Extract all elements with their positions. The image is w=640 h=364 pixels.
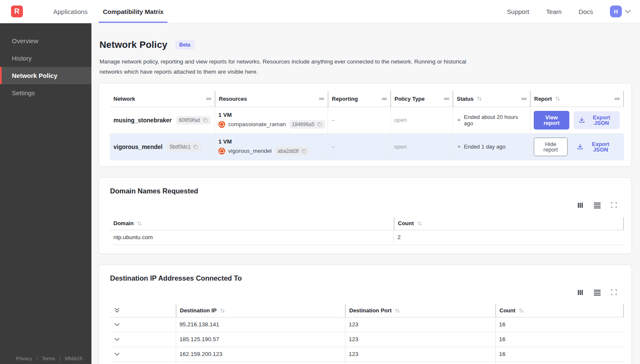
domain-row[interactable]: ntp.ubuntu.com 2	[110, 230, 624, 245]
column-header-reporting[interactable]: Reporting	[328, 91, 390, 107]
nav-link-docs[interactable]: Docs	[579, 8, 593, 15]
nav-right-links: Support Team Docs H	[507, 0, 640, 23]
networks-table-card: Network Resources Reporting	[99, 83, 632, 167]
column-header-count[interactable]: Count	[394, 217, 624, 230]
destination-port-cell: 123	[345, 362, 495, 364]
network-id-badge[interactable]: 60959fad	[176, 116, 211, 124]
column-resize-handle-icon[interactable]	[444, 96, 450, 102]
reporting-cell: –	[328, 134, 390, 160]
copy-icon[interactable]	[301, 149, 306, 154]
destination-port-cell: 123	[345, 317, 495, 332]
column-header-destination-ip[interactable]: Destination IP	[176, 304, 345, 317]
column-header-network[interactable]: Network	[110, 91, 215, 107]
resources-cell: 1 VM compassionate_raman 184696a5	[215, 107, 328, 133]
row-expander[interactable]	[110, 332, 176, 347]
column-resize-handle-icon[interactable]	[206, 96, 212, 102]
network-name: musing_stonebraker	[113, 117, 172, 124]
status-text: Ended 1 day ago	[464, 143, 505, 150]
column-resize-handle-icon[interactable]	[319, 96, 325, 102]
column-resize-handle-icon[interactable]	[521, 96, 527, 102]
sidebar-item-network-policy[interactable]: Network Policy	[0, 67, 91, 84]
sidebar-footer: Privacy Terms 5f56b15	[16, 356, 83, 361]
column-header-policy-type[interactable]: Policy Type	[390, 91, 452, 107]
status-cell: Ended 1 day ago	[452, 134, 530, 160]
column-resize-handle-icon[interactable]	[614, 96, 620, 102]
column-resize-handle-icon[interactable]	[381, 96, 387, 102]
chevron-down-icon	[625, 10, 631, 14]
columns-icon[interactable]	[577, 202, 584, 209]
sort-icon[interactable]	[220, 308, 225, 313]
copy-icon[interactable]	[317, 122, 322, 127]
column-header-domain[interactable]: Domain	[110, 217, 394, 230]
network-name-cell: musing_stonebraker 60959fad	[110, 107, 215, 133]
status-dot-icon	[458, 146, 460, 148]
main-content: Network Policy Beta Manage network polic…	[91, 23, 640, 364]
rows-icon[interactable]	[593, 289, 601, 296]
sort-icon[interactable]	[477, 96, 482, 101]
sidebar-item-overview[interactable]: Overview	[0, 32, 91, 50]
terms-link[interactable]: Terms	[37, 356, 55, 361]
network-id-badge[interactable]: 5bdf3dc1	[167, 143, 201, 151]
rows-icon[interactable]	[593, 202, 601, 209]
resource-id-badge[interactable]: aba2dd3f	[275, 147, 309, 155]
destination-row[interactable]: 185.125.190.57 123 16	[110, 332, 624, 347]
count-cell: 16	[495, 347, 624, 361]
fullscreen-icon[interactable]	[611, 289, 617, 295]
network-row-vigorous-mendel[interactable]: vigorous_mendel 5bdf3dc1 1 VM vig	[110, 134, 624, 160]
nav-link-support[interactable]: Support	[507, 8, 530, 15]
export-json-button[interactable]: Export JSON	[574, 111, 620, 129]
view-report-button[interactable]: View report	[534, 111, 569, 130]
chevron-down-icon	[114, 338, 120, 341]
tab-applications[interactable]: Applications	[49, 0, 92, 23]
double-chevron-down-icon[interactable]	[114, 308, 120, 313]
sort-icon[interactable]	[394, 308, 400, 313]
sidebar-item-settings[interactable]: Settings	[0, 84, 91, 102]
resources-cell: 1 VM vigorous_mendel aba2dd3f	[215, 134, 328, 160]
row-expander[interactable]	[110, 317, 176, 332]
network-row-musing-stonebraker[interactable]: musing_stonebraker 60959fad 1 VM	[110, 107, 624, 134]
brand-logo[interactable]: R	[11, 6, 23, 17]
column-header-destination-port[interactable]: Destination Port	[345, 304, 495, 317]
row-expander[interactable]	[110, 347, 176, 361]
page-title: Network Policy	[99, 39, 168, 50]
resource-id-badge[interactable]: 184696a5	[289, 120, 325, 129]
destination-port-cell: 123	[345, 332, 495, 347]
domain-card-toolbar	[110, 202, 617, 209]
sort-icon[interactable]	[519, 308, 524, 313]
tab-compatibility-matrix[interactable]: Compatibility Matrix	[99, 0, 168, 23]
copy-icon[interactable]	[203, 118, 208, 123]
nav-link-team[interactable]: Team	[546, 8, 562, 15]
column-header-resources[interactable]: Resources	[215, 91, 328, 107]
network-name: vigorous_mendel	[113, 143, 163, 150]
destination-row[interactable]: 95.216.138.141 123 16	[110, 317, 624, 332]
column-header-status[interactable]: Status	[452, 91, 530, 107]
row-expander[interactable]	[110, 362, 176, 364]
column-header-report[interactable]: Report	[530, 91, 624, 107]
sort-icon[interactable]	[137, 221, 142, 226]
domain-card-title: Domain Names Requested	[110, 187, 624, 195]
destination-row[interactable]: 185.125.190.58 123 16	[110, 362, 624, 364]
expand-all-header-cell[interactable]	[110, 304, 176, 317]
privacy-link[interactable]: Privacy	[16, 356, 32, 361]
hide-report-button[interactable]: Hide report	[534, 138, 568, 156]
account-menu[interactable]: H	[610, 6, 631, 17]
column-header-count[interactable]: Count	[495, 304, 624, 317]
destination-port-cell: 123	[345, 347, 495, 361]
export-json-button[interactable]: Export JSON	[572, 138, 620, 156]
copy-icon[interactable]	[193, 144, 198, 149]
destination-row[interactable]: 162.159.200.123 123 16	[110, 347, 624, 362]
fullscreen-icon[interactable]	[611, 202, 617, 208]
ubuntu-vm-icon	[218, 121, 225, 128]
chevron-down-icon	[114, 323, 120, 326]
columns-icon[interactable]	[577, 289, 584, 296]
resource-name: compassionate_raman	[228, 121, 286, 127]
sort-icon[interactable]	[417, 221, 422, 226]
count-cell: 16	[495, 317, 624, 332]
sidebar-item-history[interactable]: History	[0, 50, 91, 67]
destination-ip-cell: 185.125.190.57	[176, 332, 345, 347]
policy-type-cell: open	[390, 107, 452, 133]
destination-ips-card: Destination IP Addresses Connected To	[99, 265, 632, 364]
sort-icon[interactable]	[555, 96, 560, 101]
count-cell: 16	[495, 362, 624, 364]
domain-cell: ntp.ubuntu.com	[110, 230, 394, 245]
